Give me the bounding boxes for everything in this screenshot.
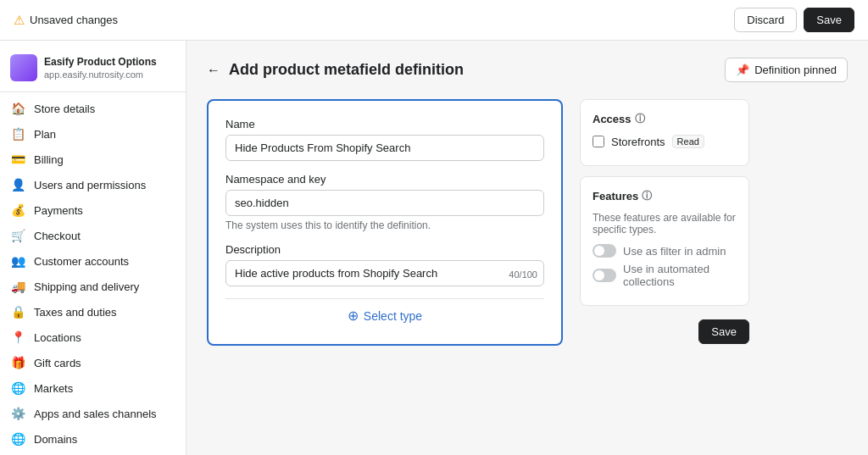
description-input[interactable] <box>225 260 544 286</box>
main-flex: Name Namespace and key The system uses t… <box>207 99 848 359</box>
sidebar-icon-taxes-duties: 🔒 <box>10 305 25 319</box>
sidebar-item-locations[interactable]: 📍 Locations <box>0 325 186 350</box>
warning-icon: ⚠ <box>14 13 25 28</box>
sidebar-label-shipping-delivery: Shipping and delivery <box>34 280 139 293</box>
sidebar-item-gift-cards[interactable]: 🎁 Gift cards <box>0 350 186 375</box>
features-label: Features <box>593 190 638 203</box>
sidebar-item-markets[interactable]: 🌐 Markets <box>0 375 186 401</box>
storefronts-row: Storefronts Read <box>593 135 737 148</box>
sidebar-icon-store-details: 🏠 <box>10 102 25 115</box>
main-content: ← Add product metafield definition 📌 Def… <box>186 41 868 455</box>
read-badge: Read <box>672 135 704 148</box>
sidebar-label-customer-accounts: Customer accounts <box>34 255 129 268</box>
access-panel: Access ⓘ Storefronts Read <box>580 99 749 166</box>
sidebar-label-store-details: Store details <box>34 103 95 115</box>
access-title: Access ⓘ <box>593 112 737 126</box>
app-name: Easify Product Options <box>44 56 157 69</box>
sidebar-item-store-details[interactable]: 🏠 Store details <box>0 96 186 121</box>
name-label: Name <box>225 118 544 130</box>
unsaved-warning: ⚠ Unsaved changes <box>14 13 118 28</box>
sidebar-items: 🏠 Store details 📋 Plan 💳 Billing 👤 Users… <box>0 96 186 455</box>
sidebar-icon-checkout: 🛒 <box>10 229 25 242</box>
page-title: Add product metafield definition <box>229 61 464 79</box>
collections-toggle[interactable] <box>593 269 616 282</box>
features-panel: Features ⓘ These features are available … <box>580 176 749 306</box>
sidebar-item-customer-events[interactable]: ⚙️ Customer events <box>0 452 186 455</box>
sidebar-item-plan[interactable]: 📋 Plan <box>0 121 186 147</box>
discard-button[interactable]: Discard <box>734 8 797 32</box>
sidebar-label-checkout: Checkout <box>34 230 81 242</box>
sidebar-item-billing[interactable]: 💳 Billing <box>0 147 186 172</box>
save-row: Save <box>580 319 749 344</box>
sidebar-icon-markets: 🌐 <box>10 381 25 395</box>
sidebar-item-shipping-delivery[interactable]: 🚚 Shipping and delivery <box>0 274 186 299</box>
namespace-label: Namespace and key <box>225 173 544 186</box>
sidebar-item-apps-sales-channels[interactable]: ⚙️ Apps and sales channels <box>0 401 186 426</box>
pin-icon: 📌 <box>736 64 749 76</box>
sidebar-label-markets: Markets <box>34 382 73 395</box>
features-info-icon[interactable]: ⓘ <box>642 189 652 203</box>
features-desc: These features are available for specifi… <box>593 212 737 236</box>
description-label: Description <box>225 243 544 256</box>
definition-pinned-button[interactable]: 📌 Definition pinned <box>725 58 848 82</box>
select-type-row: ⊕ Select type <box>225 298 544 327</box>
form-card: Name Namespace and key The system uses t… <box>207 99 563 346</box>
app-info: Easify Product Options app.easify.nutros… <box>44 56 157 80</box>
app-icon <box>10 54 37 81</box>
select-type-label: Select type <box>364 309 422 323</box>
sidebar-icon-shipping-delivery: 🚚 <box>10 280 25 293</box>
sidebar-icon-billing: 💳 <box>10 153 25 166</box>
page-header: ← Add product metafield definition 📌 Def… <box>207 58 848 82</box>
page-title-group: ← Add product metafield definition <box>207 61 464 79</box>
sidebar-icon-locations: 📍 <box>10 330 25 344</box>
sidebar-icon-customer-accounts: 👥 <box>10 254 25 268</box>
description-group: Description 40/100 <box>225 243 544 286</box>
sidebar-label-payments: Payments <box>34 204 83 217</box>
name-group: Name <box>225 118 544 161</box>
sidebar-icon-gift-cards: 🎁 <box>10 356 25 369</box>
name-input[interactable] <box>225 135 544 161</box>
namespace-hint: The system uses this to identify the def… <box>225 219 544 231</box>
pin-label: Definition pinned <box>754 64 837 76</box>
save-button-top[interactable]: Save <box>804 8 854 32</box>
sidebar-icon-apps-sales-channels: ⚙️ <box>10 407 25 420</box>
filter-toggle-row: Use as filter in admin <box>593 244 737 258</box>
sidebar: Easify Product Options app.easify.nutros… <box>0 41 186 455</box>
filter-label: Use as filter in admin <box>623 245 726 258</box>
select-type-button[interactable]: ⊕ Select type <box>348 308 422 324</box>
sidebar-icon-payments: 💰 <box>10 203 25 217</box>
features-title: Features ⓘ <box>593 189 737 203</box>
sidebar-icon-users-permissions: 👤 <box>10 178 25 191</box>
top-bar-actions: Discard Save <box>734 8 854 32</box>
app-header: Easify Product Options app.easify.nutros… <box>0 47 186 92</box>
sidebar-icon-domains: 🌐 <box>10 432 25 446</box>
char-count: 40/100 <box>509 269 537 280</box>
sidebar-item-customer-accounts[interactable]: 👥 Customer accounts <box>0 248 186 274</box>
namespace-input[interactable] <box>225 190 544 216</box>
plus-circle-icon: ⊕ <box>348 308 359 324</box>
storefronts-checkbox[interactable] <box>593 136 604 147</box>
save-button-bottom[interactable]: Save <box>698 319 749 344</box>
sidebar-label-apps-sales-channels: Apps and sales channels <box>34 408 157 420</box>
right-panel: Access ⓘ Storefronts Read Features ⓘ <box>580 99 749 359</box>
access-info-icon[interactable]: ⓘ <box>635 112 645 126</box>
sidebar-label-users-permissions: Users and permissions <box>34 179 146 191</box>
sidebar-item-checkout[interactable]: 🛒 Checkout <box>0 223 186 248</box>
namespace-group: Namespace and key The system uses this t… <box>225 173 544 231</box>
sidebar-label-plan: Plan <box>34 128 56 141</box>
collections-toggle-row: Use in automated collections <box>593 263 737 288</box>
sidebar-icon-plan: 📋 <box>10 127 25 141</box>
app-sub: app.easify.nutrosity.com <box>44 69 157 80</box>
sidebar-item-payments[interactable]: 💰 Payments <box>0 197 186 223</box>
sidebar-label-gift-cards: Gift cards <box>34 357 81 369</box>
sidebar-item-domains[interactable]: 🌐 Domains <box>0 426 186 452</box>
layout: Easify Product Options app.easify.nutros… <box>0 41 868 455</box>
sidebar-label-domains: Domains <box>34 433 77 446</box>
top-bar-left: ⚠ Unsaved changes <box>14 13 118 28</box>
filter-toggle[interactable] <box>593 244 616 258</box>
unsaved-label: Unsaved changes <box>30 14 118 26</box>
sidebar-item-taxes-duties[interactable]: 🔒 Taxes and duties <box>0 299 186 325</box>
back-arrow[interactable]: ← <box>207 63 220 78</box>
top-bar: ⚠ Unsaved changes Discard Save <box>0 0 868 41</box>
sidebar-item-users-permissions[interactable]: 👤 Users and permissions <box>0 172 186 197</box>
